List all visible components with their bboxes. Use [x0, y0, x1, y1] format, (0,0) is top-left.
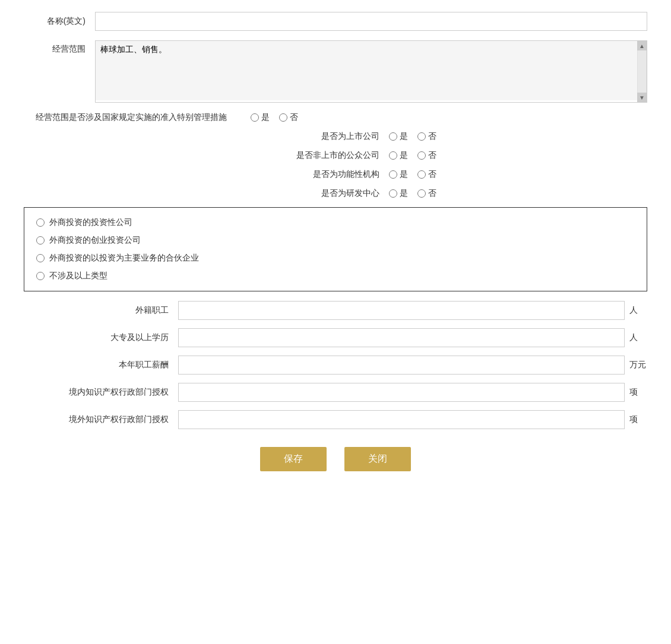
rd-center-label: 是否为研发中心 [235, 188, 389, 199]
name-en-input[interactable] [95, 12, 647, 31]
name-en-row: 各称(英文) [24, 12, 647, 31]
functional-no-radio[interactable] [417, 170, 426, 179]
investment-option-2[interactable]: 外商投资的以投资为主要业务的合伙企业 [36, 253, 635, 264]
non-listed-no-label: 否 [428, 150, 436, 161]
investment-label-0: 外商投资的投资性公司 [49, 217, 132, 228]
listed-yes-label: 是 [400, 131, 408, 142]
scroll-down-btn[interactable]: ▼ [637, 93, 647, 102]
college-degree-label: 大专及以上学历 [24, 332, 178, 343]
listed-yes-radio[interactable] [389, 132, 397, 141]
foreign-ip-input[interactable] [178, 410, 625, 429]
non-listed-yes-radio[interactable] [389, 151, 397, 160]
non-listed-no-option[interactable]: 否 [417, 150, 436, 161]
listed-no-label: 否 [428, 131, 436, 142]
investment-option-3[interactable]: 不涉及以上类型 [36, 271, 635, 281]
business-scope-label: 经营范围 [24, 40, 95, 55]
investment-label-3: 不涉及以上类型 [49, 271, 107, 281]
rd-no-option[interactable]: 否 [417, 188, 436, 199]
listed-no-radio[interactable] [417, 132, 426, 141]
rd-center-radio-group: 是 否 [389, 188, 436, 199]
listed-company-radio-group: 是 否 [389, 131, 436, 142]
investment-option-1[interactable]: 外商投资的创业投资公司 [36, 235, 635, 246]
annual-salary-row: 本年职工薪酬 万元 [24, 356, 647, 375]
functional-no-label: 否 [428, 169, 436, 180]
domestic-ip-input[interactable] [178, 383, 625, 402]
college-degree-unit: 人 [629, 332, 647, 343]
non-listed-yes-option[interactable]: 是 [389, 150, 408, 161]
non-listed-public-radio-group: 是 否 [389, 150, 436, 161]
investment-option-0[interactable]: 外商投资的投资性公司 [36, 217, 635, 228]
form-container: 各称(英文) 经营范围 棒球加工、销售。 ▲ ▼ 经营范围是否涉及国家规定实施的… [24, 12, 647, 471]
investment-label-1: 外商投资的创业投资公司 [49, 235, 141, 246]
annual-salary-label: 本年职工薪酬 [24, 360, 178, 370]
rd-no-radio[interactable] [417, 189, 426, 198]
foreign-ip-label: 境外知识产权行政部门授权 [24, 414, 178, 425]
college-degree-row: 大专及以上学历 人 [24, 328, 647, 347]
rd-center-row: 是否为研发中心 是 否 [24, 188, 647, 199]
investment-radio-0[interactable] [36, 218, 45, 227]
functional-yes-radio[interactable] [389, 170, 397, 179]
listed-company-label: 是否为上市公司 [235, 131, 389, 142]
close-button[interactable]: 关闭 [344, 447, 411, 471]
business-scope-textarea[interactable]: 棒球加工、销售。 [96, 41, 647, 100]
foreign-ip-row: 境外知识产权行政部门授权 项 [24, 410, 647, 429]
non-listed-yes-label: 是 [400, 150, 408, 161]
special-mgmt-label: 经营范围是否涉及国家规定实施的准入特别管理措施 [36, 112, 227, 123]
functional-yes-label: 是 [400, 169, 408, 180]
investment-radio-2[interactable] [36, 254, 45, 262]
functional-no-option[interactable]: 否 [417, 169, 436, 180]
investment-radio-3[interactable] [36, 272, 45, 280]
rd-no-label: 否 [428, 188, 436, 199]
domestic-ip-row: 境内知识产权行政部门授权 项 [24, 383, 647, 402]
button-row: 保存 关闭 [24, 447, 647, 471]
listed-yes-option[interactable]: 是 [389, 131, 408, 142]
business-scope-wrapper: 棒球加工、销售。 ▲ ▼ [95, 40, 647, 103]
domestic-ip-label: 境内知识产权行政部门授权 [24, 387, 178, 398]
business-scope-row: 经营范围 棒球加工、销售。 ▲ ▼ [24, 40, 647, 103]
special-mgmt-no-option[interactable]: 否 [279, 112, 298, 123]
annual-salary-input[interactable] [178, 356, 625, 375]
foreign-workers-label: 外籍职工 [24, 305, 178, 316]
non-listed-public-label: 是否非上市的公众公司 [235, 150, 389, 161]
annual-salary-unit: 万元 [629, 360, 647, 370]
functional-org-row: 是否为功能性机构 是 否 [24, 169, 647, 180]
college-degree-input[interactable] [178, 328, 625, 347]
functional-org-radio-group: 是 否 [389, 169, 436, 180]
functional-org-label: 是否为功能性机构 [235, 169, 389, 180]
investment-label-2: 外商投资的以投资为主要业务的合伙企业 [49, 253, 199, 264]
name-en-label: 各称(英文) [24, 16, 95, 27]
investment-type-box: 外商投资的投资性公司 外商投资的创业投资公司 外商投资的以投资为主要业务的合伙企… [24, 207, 647, 291]
special-mgmt-no-radio[interactable] [279, 113, 287, 122]
foreign-workers-row: 外籍职工 人 [24, 301, 647, 320]
rd-yes-radio[interactable] [389, 189, 397, 198]
special-mgmt-yes-label: 是 [261, 112, 270, 123]
listed-company-row: 是否为上市公司 是 否 [24, 131, 647, 142]
non-listed-no-radio[interactable] [417, 151, 426, 160]
listed-no-option[interactable]: 否 [417, 131, 436, 142]
special-mgmt-yes-radio[interactable] [251, 113, 259, 122]
save-button[interactable]: 保存 [260, 447, 327, 471]
rd-yes-option[interactable]: 是 [389, 188, 408, 199]
scroll-track [638, 50, 646, 93]
special-mgmt-radio-group: 是 否 [251, 112, 298, 123]
non-listed-public-row: 是否非上市的公众公司 是 否 [24, 150, 647, 161]
scroll-up-btn[interactable]: ▲ [637, 41, 647, 50]
scrollbar: ▲ ▼ [637, 41, 647, 102]
foreign-workers-input[interactable] [178, 301, 625, 320]
foreign-workers-unit: 人 [629, 305, 647, 316]
special-mgmt-row: 经营范围是否涉及国家规定实施的准入特别管理措施 是 否 [24, 112, 647, 123]
functional-yes-option[interactable]: 是 [389, 169, 408, 180]
domestic-ip-unit: 项 [629, 387, 647, 398]
rd-yes-label: 是 [400, 188, 408, 199]
special-mgmt-no-label: 否 [290, 112, 298, 123]
foreign-ip-unit: 项 [629, 414, 647, 425]
special-mgmt-yes-option[interactable]: 是 [251, 112, 270, 123]
investment-radio-1[interactable] [36, 236, 45, 245]
